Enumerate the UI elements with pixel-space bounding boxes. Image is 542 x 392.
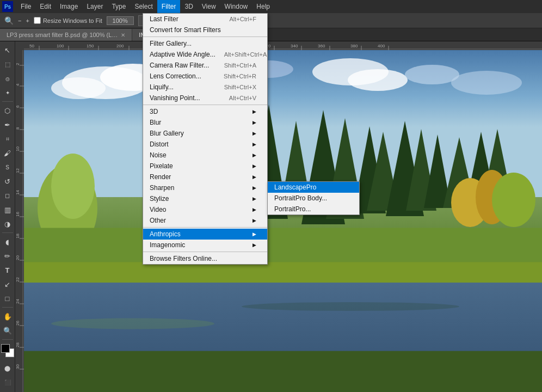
svg-text:24: 24 — [15, 299, 20, 304]
tool-screen-mode[interactable]: ⬛ — [1, 376, 14, 389]
tool-crop[interactable]: ⬡ — [1, 104, 14, 117]
tool-pen[interactable]: ✏ — [1, 249, 14, 262]
filter-anthropics[interactable]: Anthropics — [143, 229, 267, 240]
svg-rect-91 — [24, 228, 542, 290]
tool-path-select[interactable]: ↙ — [1, 278, 14, 291]
tool-sep-2 — [2, 232, 13, 233]
filter-last-filter[interactable]: Last Filter Alt+Ctrl+F — [143, 14, 267, 24]
tool-colors — [1, 344, 14, 357]
tool-marquee[interactable]: ⬚ — [1, 58, 14, 71]
ruler-h-svg: 50 100 150 200 220 240 260 280 300 320 3… — [24, 41, 542, 50]
tool-zoom[interactable]: 🔍 — [1, 324, 14, 337]
filter-camera-raw[interactable]: Camera Raw Filter... Shift+Ctrl+A — [143, 60, 267, 71]
filter-lens-correction[interactable]: Lens Correction... Shift+Ctrl+R — [143, 71, 267, 82]
main-layout: ↖ ⬚ ⌾ ✦ ⬡ ✒ ⌗ 🖌 S ↺ ◻ ▥ ◑ ◖ ✏ T ↙ □ ✋ 🔍 … — [0, 41, 542, 392]
resize-windows-checkbox[interactable] — [34, 17, 41, 24]
tool-hand[interactable]: ✋ — [1, 310, 14, 323]
tool-magic-wand[interactable]: ✦ — [1, 86, 14, 99]
resize-windows-label[interactable]: Resize Windows to Fit — [34, 17, 102, 24]
ruler-horizontal: 50 100 150 200 220 240 260 280 300 320 3… — [24, 41, 542, 50]
filter-sharpen[interactable]: Sharpen — [143, 182, 267, 193]
svg-point-90 — [492, 173, 535, 227]
filter-gallery[interactable]: Filter Gallery... — [143, 38, 267, 49]
zoom-plus-icon[interactable]: + — [26, 17, 29, 24]
ruler-vertical: 2 4 6 8 10 12 14 16 18 20 22 24 26 28 30 — [15, 50, 24, 392]
tool-clone[interactable]: S — [1, 161, 14, 174]
tool-brush[interactable]: 🖌 — [1, 146, 14, 160]
canvas-bg — [24, 50, 542, 392]
menu-select[interactable]: Select — [130, 0, 157, 13]
filter-3d[interactable]: 3D — [143, 106, 267, 117]
tab-lp3[interactable]: LP3 press smart filter B.psd @ 100% (L… … — [0, 29, 132, 41]
filter-convert-smart[interactable]: Convert for Smart Filters — [143, 24, 267, 35]
tool-eyedropper[interactable]: ✒ — [1, 118, 14, 131]
tool-lasso[interactable]: ⌾ — [1, 72, 14, 85]
menu-3d[interactable]: 3D — [180, 0, 197, 13]
tool-sep-1 — [2, 101, 13, 102]
svg-text:26: 26 — [15, 321, 20, 326]
svg-point-89 — [476, 170, 508, 224]
tool-sep-3 — [2, 307, 13, 308]
filter-adaptive-wide[interactable]: Adaptive Wide Angle... Alt+Shift+Ctrl+A — [143, 49, 267, 60]
filter-render[interactable]: Render — [143, 171, 267, 182]
submenu-landscapepro[interactable]: LandscapePro — [268, 182, 359, 193]
svg-rect-71 — [24, 197, 542, 392]
menu-type[interactable]: Type — [107, 0, 130, 13]
tool-spot-heal[interactable]: ⌗ — [1, 132, 14, 145]
svg-rect-99 — [24, 351, 542, 392]
svg-text:360: 360 — [318, 44, 325, 48]
submenu-portraitpro-body[interactable]: PortraitPro Body... — [268, 193, 359, 204]
filter-liquify[interactable]: Liquify... Shift+Ctrl+X — [143, 82, 267, 93]
resize-windows-text: Resize Windows to Fit — [43, 17, 102, 24]
menu-window[interactable]: Window — [220, 0, 252, 13]
foreground-color[interactable] — [1, 344, 10, 353]
filter-blur[interactable]: Blur — [143, 117, 267, 128]
options-bar: 🔍 − + Resize Windows to Fit Fit Screen F… — [0, 13, 542, 28]
tool-history-brush[interactable]: ↺ — [1, 175, 14, 188]
menu-help[interactable]: Help — [252, 0, 274, 13]
menu-edit[interactable]: Edit — [35, 0, 56, 13]
menu-image[interactable]: Image — [56, 0, 82, 13]
svg-point-95 — [242, 302, 459, 311]
tool-shape[interactable]: □ — [1, 292, 14, 305]
zoom-percent-input[interactable] — [107, 16, 134, 25]
svg-point-72 — [38, 164, 97, 252]
svg-text:8: 8 — [15, 127, 20, 130]
filter-video[interactable]: Video — [143, 204, 267, 215]
svg-point-67 — [348, 69, 408, 91]
menu-file[interactable]: File — [16, 0, 35, 13]
svg-marker-87 — [481, 129, 514, 208]
tool-gradient[interactable]: ▥ — [1, 203, 14, 216]
menu-view[interactable]: View — [198, 0, 220, 13]
tool-blur[interactable]: ◑ — [1, 217, 14, 230]
zoom-minus-icon[interactable]: − — [18, 17, 21, 24]
filter-noise[interactable]: Noise — [143, 150, 267, 161]
tool-text[interactable]: T — [1, 264, 14, 277]
zoom-out-icon[interactable]: 🔍 — [4, 16, 14, 25]
filter-distort[interactable]: Distort — [143, 139, 267, 150]
anthropics-submenu: LandscapePro PortraitPro Body... Portrai… — [267, 181, 360, 215]
filter-browse-online[interactable]: Browse Filters Online... — [143, 253, 267, 264]
filter-pixelate[interactable]: Pixelate — [143, 161, 267, 171]
menu-layer[interactable]: Layer — [82, 0, 107, 13]
submenu-portraitpro[interactable]: PortraitPro... — [268, 204, 359, 215]
filter-sep-2 — [143, 105, 267, 105]
filter-vanishing-point[interactable]: Vanishing Point... Alt+Ctrl+V — [143, 93, 267, 103]
filter-blur-gallery[interactable]: Blur Gallery — [143, 128, 267, 139]
tool-move[interactable]: ↖ — [1, 44, 14, 57]
filter-other[interactable]: Other — [143, 215, 267, 226]
menu-bar: Ps File Edit Image Layer Type Select Fil… — [0, 0, 542, 13]
menu-filter[interactable]: Filter — [157, 0, 181, 13]
svg-text:22: 22 — [15, 277, 20, 282]
svg-rect-74 — [65, 230, 71, 252]
filter-stylize[interactable]: Stylize — [143, 193, 267, 204]
filter-sep-1 — [143, 36, 267, 37]
tool-mask-mode[interactable]: ⬤ — [1, 362, 14, 375]
svg-text:2: 2 — [15, 63, 20, 65]
filter-imagenomic[interactable]: Imagenomic — [143, 240, 267, 250]
tool-eraser[interactable]: ◻ — [1, 189, 14, 202]
svg-point-73 — [51, 154, 95, 219]
tool-dodge[interactable]: ◖ — [1, 235, 14, 248]
svg-text:150: 150 — [87, 44, 94, 48]
tab-lp3-close[interactable]: ✕ — [121, 32, 125, 38]
